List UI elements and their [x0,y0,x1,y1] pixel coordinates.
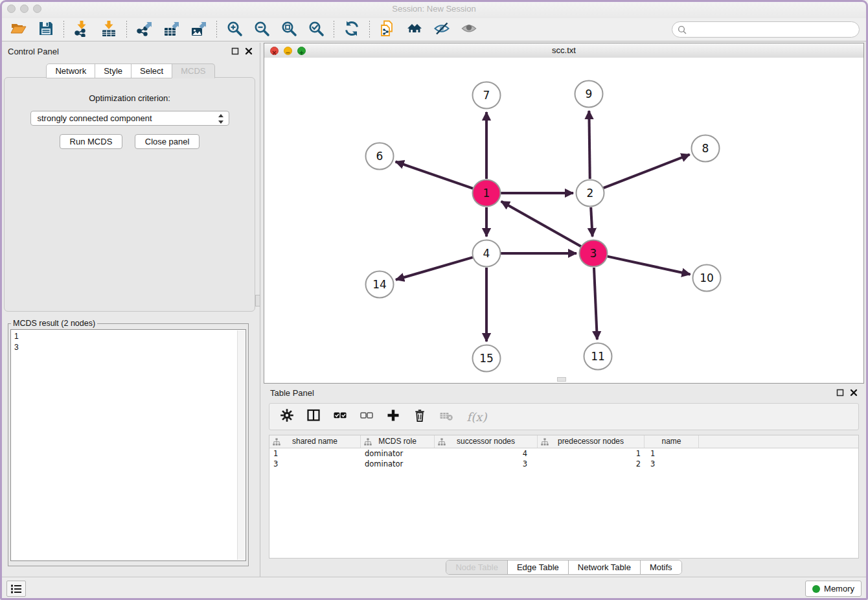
graph-node-2[interactable]: 2 [577,180,604,207]
canvas-grip[interactable] [557,377,566,382]
table-toolbar-deselect-all-button[interactable] [360,410,374,424]
tab-select[interactable]: Select [131,63,172,78]
result-scrollbar[interactable] [237,330,245,560]
tab-edge-table[interactable]: Edge Table [508,560,569,574]
toolbar-network-file-button[interactable] [378,21,396,39]
toolbar-eye-button[interactable] [460,21,478,39]
column-header-successor-nodes[interactable]: successor nodes [435,435,538,448]
optimization-criterion-label: Optimization criterion: [5,93,255,103]
tree-icon [541,437,549,449]
graph-node-8[interactable]: 8 [692,135,720,162]
cell-MCDS-role[interactable]: dominator [361,448,435,459]
graph-edge-3-10[interactable] [607,257,690,275]
cell-name[interactable]: 1 [645,448,699,459]
tab-node-table[interactable]: Node Table [446,560,508,574]
table-row[interactable]: 1dominator411 [269,448,858,459]
run-mcds-button[interactable]: Run MCDS [60,134,123,149]
graph-node-14[interactable]: 14 [366,271,394,298]
toolbar-import-table-button[interactable] [100,21,118,39]
toolbar-zoom-out-button[interactable] [253,21,271,39]
cell-name[interactable]: 3 [645,459,699,469]
tab-motifs[interactable]: Motifs [641,560,681,574]
network-canvas[interactable]: 1234678910111415 [264,58,863,383]
search-box[interactable] [672,21,860,38]
memory-button[interactable]: Memory [805,581,862,597]
close-table-panel-icon[interactable] [849,388,858,397]
graph-edge-3-11[interactable] [594,268,597,340]
export-image-icon [190,20,207,40]
cell-MCDS-role[interactable]: dominator [361,459,435,469]
cell-predecessor-nodes[interactable]: 2 [538,459,645,469]
toolbar-import-network-button[interactable] [73,21,91,39]
cell-successor-nodes[interactable]: 3 [435,459,538,469]
toolbar-export-network-button[interactable] [135,21,154,39]
list-icon [10,583,23,595]
tab-network[interactable]: Network [46,63,95,78]
column-header-shared-name[interactable]: shared name [269,435,361,448]
column-header-name[interactable]: name [645,435,699,448]
graph-node-3[interactable]: 3 [580,240,608,267]
cell-predecessor-nodes[interactable]: 1 [538,448,645,459]
float-table-panel-icon[interactable] [836,388,844,397]
graph-edge-3-1[interactable] [501,202,581,246]
graph-edge-2-9[interactable] [589,111,589,179]
table-tabs: Node TableEdge TableNetwork TableMotifs [264,560,864,575]
toolbar-export-table-button[interactable] [163,21,181,39]
search-input[interactable] [691,23,852,37]
table-toolbar-split-view-button[interactable] [306,410,321,424]
open-icon [10,20,27,40]
close-panel-icon[interactable] [244,47,253,55]
tab-network-table[interactable]: Network Table [569,560,641,574]
cell-shared-name[interactable]: 3 [269,459,361,469]
network-window-title: scc.txt [264,45,863,55]
tab-style[interactable]: Style [95,63,131,78]
column-header-predecessor-nodes[interactable]: predecessor nodes [538,435,645,448]
graph-node-1[interactable]: 1 [473,180,501,207]
graph-node-9[interactable]: 9 [575,81,603,108]
table-row[interactable]: 3dominator323 [269,459,858,469]
column-header-MCDS-role[interactable]: MCDS role [361,435,435,448]
network-graph: 1234678910111415 [264,58,863,383]
toolbar-refresh-button[interactable] [343,21,361,39]
mcds-result-text[interactable]: 1 3 [10,329,246,561]
graph-edge-1-6[interactable] [396,161,474,188]
table-tab-group: Node TableEdge TableNetwork TableMotifs [446,560,681,575]
mcds-tab-content: Optimization criterion: strongly connect… [4,77,255,312]
graph-node-6[interactable]: 6 [366,143,394,170]
task-history-button[interactable] [6,581,26,597]
graph-edge-2-8[interactable] [604,154,690,188]
criterion-dropdown[interactable]: strongly connected component [30,111,229,126]
graph-edge-4-14[interactable] [396,257,473,280]
cell-successor-nodes[interactable]: 4 [435,448,538,459]
table-toolbar-delete-column-button[interactable] [413,410,427,424]
toolbar-home-button[interactable] [405,21,424,39]
export-table-icon [163,20,180,40]
graph-node-10[interactable]: 10 [693,265,721,292]
panel-divider-grip[interactable] [255,295,260,306]
control-panel-title: Control Panel [8,47,59,56]
toolbar-zoom-selected-button[interactable] [307,21,325,39]
close-panel-button[interactable]: Close panel [135,134,200,149]
graph-node-7[interactable]: 7 [473,82,501,109]
toolbar-open-button[interactable] [10,21,28,39]
toolbar-separator [216,21,217,39]
toolbar-zoom-in-button[interactable] [225,21,244,39]
table-toolbar-select-all-button[interactable] [333,410,347,424]
toolbar-eye-slash-button[interactable] [433,21,451,39]
tab-mcds[interactable]: MCDS [172,63,214,78]
svg-text:10: 10 [700,271,714,284]
table-toolbar-add-column-button[interactable] [386,410,400,424]
toolbar-save-button[interactable] [37,21,55,39]
graph-node-4[interactable]: 4 [473,240,501,267]
graph-edge-2-3[interactable] [591,207,592,237]
table-toolbar-gear-button[interactable] [280,410,294,424]
node-table: shared nameMCDS rolesuccessor nodesprede… [269,435,859,559]
svg-text:2: 2 [587,187,594,200]
graph-node-11[interactable]: 11 [584,343,612,370]
toolbar-export-image-button[interactable] [190,21,208,39]
graph-node-15[interactable]: 15 [473,345,501,372]
float-panel-icon[interactable] [231,47,239,55]
import-network-icon [73,20,90,40]
toolbar-zoom-fit-button[interactable] [280,21,298,39]
cell-shared-name[interactable]: 1 [269,448,361,459]
